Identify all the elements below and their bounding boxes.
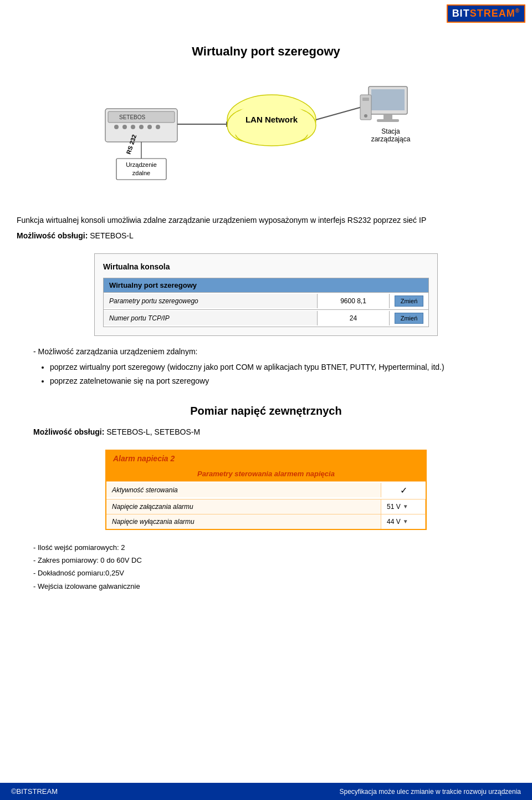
svg-point-4 (122, 125, 127, 129)
footer: ©BITSTREAM Specyfikacja może ulec zmiani… (0, 783, 532, 800)
alarm-title: Alarm napiecia 2 (106, 451, 426, 466)
alarm-row1-label: Aktywność sterowania (106, 483, 381, 497)
features-list: poprzez wirtualny port szeregowy (widocz… (33, 360, 499, 388)
specs-section: - Ilość wejść pomiarowych: 2 - Zakres po… (33, 541, 499, 593)
alarm-row2-value-text: 51 V (387, 503, 401, 511)
network-diagram: SETEBOS Urządzenie zdalne RS 232 (17, 75, 515, 197)
intro-section: Funkcja wirtualnej konsoli umożliwia zda… (17, 214, 515, 242)
section2-capability: Możliwość obsługi: SETEBOS-L, SETEBOS-M (33, 426, 515, 438)
svg-text:zdalne: zdalne (132, 170, 150, 176)
console-row1-btn-area: Zmień (390, 293, 428, 309)
console-row2-btn-area: Zmień (390, 310, 428, 327)
console-header: Wirtualny port szeregowy (104, 278, 428, 292)
svg-line-22 (316, 106, 366, 120)
alarm-row-3: Napięcie wyłączania alarmu 44 V ▼ (106, 514, 426, 529)
logo-box: BITSTREAM® (447, 4, 525, 23)
spec-line1: - Ilość wejść pomiarowych: 2 (33, 541, 499, 554)
svg-text:Stacja: Stacja (381, 128, 400, 135)
console-row2-value: 24 (318, 311, 390, 325)
console-row-2: Numer portu TCP/IP 24 Zmień (104, 309, 428, 327)
spec-line3: - Dokładność pomiaru:0,25V (33, 567, 499, 579)
alarm-header: Parametry sterowania alarmem napięcia (106, 466, 426, 481)
section2-title: Pomiar napięć zewnętrznych (17, 405, 515, 417)
alarm-row3-label: Napięcie wyłączania alarmu (106, 514, 381, 529)
capability-label: Możliwość obsługi: (17, 231, 88, 240)
svg-text:zarządzająca: zarządzająca (371, 135, 411, 143)
feature-item-1: poprzez wirtualny port szeregowy (widocz… (50, 360, 499, 374)
virtual-console-title: Wirtualna konsola (103, 262, 429, 271)
logo-area: BITSTREAM® (447, 4, 525, 23)
logo-text: BITSTREAM® (452, 8, 520, 19)
features-intro: - Możliwość zarządzania urządzeniem zdal… (33, 347, 499, 356)
svg-point-8 (156, 125, 160, 129)
dropdown-arrow-1[interactable]: ▼ (403, 503, 408, 509)
alarm-row-2: Napięcie załączania alarmu 51 V ▼ (106, 499, 426, 514)
alarm-row2-label: Napięcie załączania alarmu (106, 500, 381, 514)
svg-point-20 (230, 103, 313, 145)
console-row-1: Parametry portu szeregowego 9600 8,1 Zmi… (104, 292, 428, 309)
alarm-row2-value: 51 V ▼ (381, 500, 426, 514)
zmien-button-2[interactable]: Zmień (395, 313, 424, 324)
zmien-button-1[interactable]: Zmień (395, 295, 424, 307)
svg-point-5 (131, 125, 135, 129)
page-title: Wirtualny port szeregowy (17, 44, 515, 59)
section2-cap-label: Możliwość obsługi: (33, 427, 104, 436)
svg-text:LAN Network: LAN Network (245, 115, 298, 124)
footer-right: Specyfikacja może ulec zmianie w trakcie… (340, 788, 521, 796)
svg-point-7 (147, 125, 152, 129)
section2-cap-value: SETEBOS-L, SETEBOS-M (104, 427, 200, 436)
alarm-row-1: Aktywność sterowania ✓ (106, 481, 426, 499)
svg-rect-28 (362, 98, 369, 101)
checkmark-icon: ✓ (400, 486, 407, 495)
alarm-inner: Parametry sterowania alarmem napięcia Ak… (106, 466, 426, 529)
intro-line2: Możliwość obsługi: SETEBOS-L (17, 230, 515, 242)
console-row1-label: Parametry portu szeregowego (104, 294, 318, 308)
svg-point-3 (114, 125, 119, 129)
logo-reg: ® (515, 8, 520, 14)
svg-rect-26 (377, 119, 399, 122)
alarm-container: Alarm napiecia 2 Parametry sterowania al… (105, 450, 427, 530)
svg-rect-25 (383, 114, 392, 120)
console-inner: Wirtualny port szeregowy Parametry portu… (103, 278, 429, 327)
footer-left: ©BITSTREAM (11, 787, 58, 796)
alarm-row1-check: ✓ (381, 482, 426, 499)
feature-item-2: poprzez zatelnetowanie się na port szere… (50, 374, 499, 388)
virtual-console-container: Wirtualna konsola Wirtualny port szerego… (94, 253, 438, 336)
capability-value: SETEBOS-L (88, 231, 133, 240)
dropdown-arrow-2[interactable]: ▼ (403, 518, 408, 524)
svg-text:Urządzenie: Urządzenie (126, 161, 157, 168)
features-section: - Możliwość zarządzania urządzeniem zdal… (33, 347, 499, 388)
alarm-row3-value-text: 44 V (387, 518, 401, 526)
alarm-row3-value: 44 V ▼ (381, 514, 426, 529)
svg-text:SETEBOS: SETEBOS (119, 114, 146, 120)
spec-line2: - Zakres pomiarowy: 0 do 60V DC (33, 554, 499, 567)
main-content: Wirtualny port szeregowy SETEBOS Urządze… (0, 0, 532, 637)
svg-point-29 (364, 114, 367, 118)
console-row1-value: 9600 8,1 (318, 294, 390, 308)
spec-line4: - Wejścia izolowane galwanicznie (33, 580, 499, 593)
svg-point-6 (139, 125, 144, 129)
diagram-svg: SETEBOS Urządzenie zdalne RS 232 (72, 78, 460, 195)
logo-stream: STREAM (470, 8, 515, 19)
logo-bit: BIT (452, 8, 470, 19)
console-row2-label: Numer portu TCP/IP (104, 311, 318, 325)
svg-rect-24 (371, 89, 405, 110)
intro-line1: Funkcja wirtualnej konsoli umożliwia zda… (17, 214, 515, 226)
